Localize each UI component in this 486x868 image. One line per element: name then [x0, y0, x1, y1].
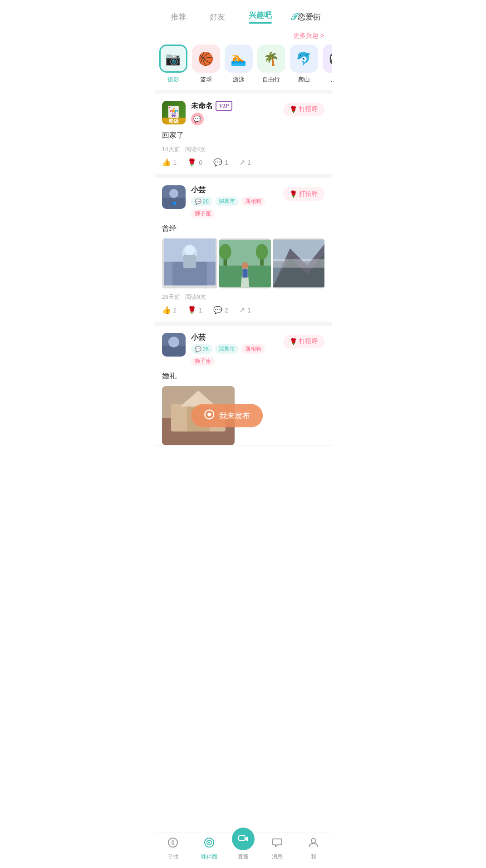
post-image-1[interactable] — [162, 238, 217, 288]
publish-btn[interactable]: 我来发布 — [191, 404, 263, 427]
tag-zodiac-star-3: 狮子座 — [191, 357, 215, 366]
nav-recommend[interactable]: 推荐 — [165, 8, 191, 26]
svg-point-34 — [207, 413, 211, 417]
comment-icon-1: 💬 — [213, 158, 222, 167]
like-action-1[interactable]: 👍 1 — [162, 158, 177, 167]
svg-point-27 — [168, 337, 179, 347]
basketball-icon: 🏀 — [192, 45, 220, 73]
avatar-1[interactable]: 🃏 暗级 — [162, 101, 186, 124]
rose-action-2[interactable]: 🌹 1 — [187, 306, 202, 314]
user-name-row-1: 未命名 VIP — [191, 101, 278, 111]
climbing-icon: 🐬 — [290, 45, 318, 73]
post-image-wrapper-3: 我来发布 — [162, 386, 235, 445]
divider-2 — [155, 174, 332, 178]
greet-btn-3[interactable]: 🌹 打招呼 — [283, 335, 324, 348]
svg-point-1 — [169, 189, 178, 198]
vip-badge-1: VIP — [216, 101, 233, 111]
post-meta-2: 29天前 阅读9次 — [162, 293, 324, 301]
divider-3 — [155, 322, 332, 326]
tag-zodiac-animal-3: 属相狗 — [241, 344, 265, 354]
rose-icon-1: 🌹 — [290, 106, 297, 113]
interest-climbing[interactable]: 🐬 爬山 — [290, 45, 318, 84]
publish-btn-label: 我来发布 — [219, 411, 250, 421]
user-name-row-3: 小芸 — [191, 333, 278, 342]
avatar-3[interactable] — [162, 333, 186, 357]
more-interest-link[interactable]: 更多兴趣 > — [155, 27, 332, 42]
svg-point-9 — [184, 245, 195, 255]
post-image-3[interactable] — [273, 238, 324, 288]
post-header-2: 👥 小芸 💬26 深圳市 属相狗 狮子座 🌹 打招呼 — [162, 185, 324, 218]
rose-icon-2: 🌹 — [290, 190, 297, 198]
tag-city-3: 深圳市 — [215, 344, 239, 354]
photography-icon: 📷 — [159, 45, 187, 73]
greet-btn-2[interactable]: 🌹 打招呼 — [283, 187, 324, 201]
tag-row-3: 💬26 深圳市 属相狗 狮子座 — [191, 344, 278, 366]
greet-btn-1[interactable]: 🌹 打招呼 — [283, 103, 324, 116]
comment-icon-2: 💬 — [213, 306, 222, 314]
user-info-2: 小芸 💬26 深圳市 属相狗 狮子座 — [191, 185, 278, 218]
post-actions-2: 👍 2 🌹 1 💬 2 ↗ 1 — [162, 306, 324, 314]
svg-rect-10 — [183, 255, 196, 268]
user-name-row-2: 小芸 — [191, 185, 278, 195]
interest-travel[interactable]: 🌴 自由行 — [257, 45, 285, 84]
tag-zodiac-star-2: 狮子座 — [191, 209, 215, 218]
comment-action-1[interactable]: 💬 1 — [213, 158, 228, 167]
online-indicator-1: 💬 — [191, 113, 204, 125]
avatar-2[interactable]: 👥 — [162, 185, 186, 209]
nav-friends[interactable]: 好友 — [204, 8, 231, 26]
svg-rect-24 — [273, 259, 324, 268]
post-content-3: 婚礼 — [162, 371, 324, 382]
tag-row-2: 💬26 深圳市 属相狗 狮子座 — [191, 197, 278, 218]
share-icon-1: ↗ — [239, 158, 245, 167]
post-card-1: 🃏 暗级 未命名 VIP 💬 🌹 打招呼 回家了 14天前 阅读4次 👍 1 🌹 — [155, 94, 332, 174]
comment-action-2[interactable]: 💬 2 — [213, 306, 228, 314]
svg-point-15 — [219, 244, 231, 259]
share-action-1[interactable]: ↗ 1 — [239, 158, 251, 167]
interest-bar: 📷 摄影 🏀 篮球 🏊 游泳 🌴 自由行 🐬 爬山 ⚽ 足球 🏋️ 健身 — [155, 42, 332, 90]
post-card-3: 小芸 💬26 深圳市 属相狗 狮子座 🌹 打招呼 婚礼 — [155, 326, 332, 446]
basketball-label: 篮球 — [200, 75, 212, 84]
rose-icon-3: 🌹 — [290, 338, 297, 345]
tag-age-3: 💬26 — [191, 344, 212, 354]
rose-action-1[interactable]: 🌹 0 — [187, 158, 202, 167]
post-image-2[interactable] — [219, 238, 271, 288]
post-content-1: 回家了 — [162, 130, 324, 141]
interest-football[interactable]: ⚽ 足球 — [323, 45, 332, 84]
nav-interests[interactable]: 兴趣吧 — [243, 6, 277, 27]
nav-love-street[interactable]: 𝒯 恋爱街 — [290, 12, 321, 22]
nav-love-label: 恋爱街 — [298, 12, 321, 22]
interest-basketball[interactable]: 🏀 篮球 — [192, 45, 220, 84]
divider-1 — [155, 90, 332, 94]
football-icon: ⚽ — [323, 45, 332, 73]
post-header-3: 小芸 💬26 深圳市 属相狗 狮子座 🌹 打招呼 — [162, 333, 324, 366]
swimming-icon: 🏊 — [225, 45, 253, 73]
like-icon-1: 👍 — [162, 158, 171, 167]
username-1: 未命名 — [191, 101, 213, 111]
like-icon-2: 👍 — [162, 306, 171, 314]
rose-action-icon-1: 🌹 — [187, 158, 196, 167]
share-action-2[interactable]: ↗ 1 — [239, 306, 251, 314]
climbing-label: 爬山 — [298, 75, 310, 84]
svg-point-18 — [241, 262, 248, 269]
post-header-1: 🃏 暗级 未命名 VIP 💬 🌹 打招呼 — [162, 101, 324, 125]
tag-row-1: 💬 — [191, 113, 278, 125]
image-grid-2 — [162, 238, 324, 288]
like-action-2[interactable]: 👍 2 — [162, 306, 177, 314]
game-badge: 暗级 — [162, 118, 186, 124]
avatar-img-3 — [162, 333, 186, 357]
avatar-img-2: 👥 — [162, 185, 186, 209]
post-card-2: 👥 小芸 💬26 深圳市 属相狗 狮子座 🌹 打招呼 曾经 — [155, 178, 332, 322]
username-3: 小芸 — [191, 333, 206, 342]
tag-zodiac-animal-2: 属相狗 — [241, 197, 265, 206]
share-icon-2: ↗ — [239, 306, 245, 314]
svg-rect-19 — [242, 269, 247, 278]
photography-label: 摄影 — [167, 75, 179, 84]
swimming-label: 游泳 — [233, 75, 245, 84]
user-info-3: 小芸 💬26 深圳市 属相狗 狮子座 — [191, 333, 278, 366]
interest-swimming[interactable]: 🏊 游泳 — [225, 45, 253, 84]
top-nav: 推荐 好友 兴趣吧 𝒯 恋爱街 — [155, 0, 332, 27]
interest-photography[interactable]: 📷 摄影 — [159, 45, 187, 84]
tag-city-2: 深圳市 — [215, 197, 239, 206]
tag-age-2: 💬26 — [191, 197, 212, 206]
football-label: 足球 — [331, 75, 332, 84]
